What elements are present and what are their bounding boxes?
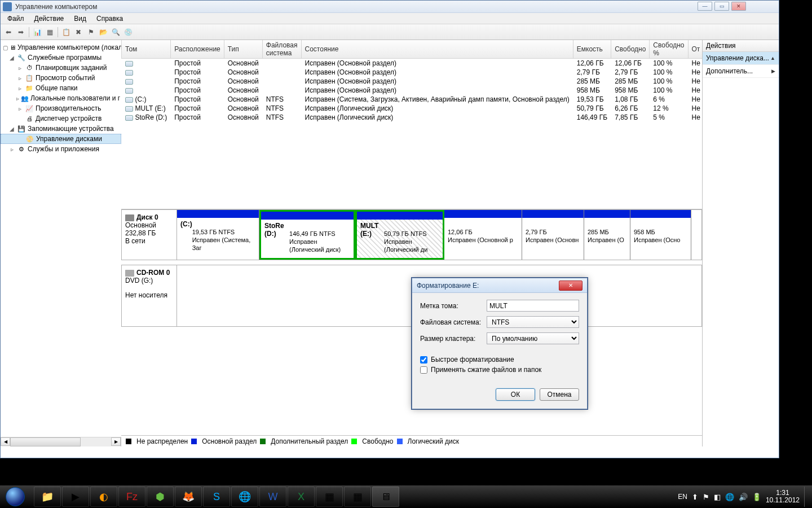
partition[interactable]: 2,79 ГБИсправен (Основн [522, 210, 584, 260]
col-pct[interactable]: Свободно % [650, 40, 688, 59]
partition[interactable]: 958 МБИсправен (Осно [630, 210, 691, 260]
ok-button[interactable]: ОК [496, 388, 535, 401]
toolbar-sep [29, 27, 29, 37]
toolbar-btn-6[interactable]: ⚑ [85, 27, 96, 38]
input-volume-label[interactable] [487, 300, 579, 312]
row-quick-format: Быстрое форматирование [420, 356, 579, 364]
content-body: ▢🖥Управление компьютером (локальн ◢🔧Служ… [1, 40, 779, 446]
tree-shared[interactable]: ▹📁Общие папки [1, 83, 121, 93]
taskbar[interactable]: 📁 ▶ ◐ Fz ⬢ 🦊 S 🌐 W X ▦ ▦ 🖥 EN ⬆ ⚑ ◧ 🌐 🔊 … [0, 485, 812, 508]
col-type[interactable]: Тип [224, 40, 262, 59]
toolbar-btn-3[interactable]: ▦ [44, 27, 55, 38]
tree-scheduler[interactable]: ▹⏱Планировщик заданий [1, 63, 121, 73]
tree-users[interactable]: ▹👥Локальные пользователи и г [1, 93, 121, 103]
col-state[interactable]: Состояние [301, 40, 573, 59]
checkbox-quick-format[interactable] [420, 356, 427, 364]
select-filesystem[interactable]: NTFS [487, 316, 579, 328]
menu-file[interactable]: Файл [3, 14, 29, 24]
menu-action[interactable]: Действие [30, 14, 69, 24]
tb-excel[interactable]: X [288, 487, 315, 507]
tree-hscroll[interactable]: ◀ ▶ [1, 437, 121, 446]
partition[interactable]: StoRe (D:)146,49 ГБ NTFSИсправен (Логиче… [259, 210, 355, 260]
cancel-button[interactable]: Отмена [540, 388, 579, 401]
maximize-icon[interactable]: ▭ [714, 2, 729, 11]
tray-network-icon[interactable]: 🌐 [725, 493, 734, 501]
format-dialog: Форматирование E: ✕ Метка тома: Файловая… [412, 278, 588, 409]
table-row[interactable]: MULT (E:)ПростойОсновнойNTFSИсправен (Ло… [122, 104, 703, 113]
toolbar-btn-9[interactable]: 💿 [122, 27, 134, 38]
minimize-icon[interactable]: — [698, 2, 712, 11]
partition[interactable]: (C:)19,53 ГБ NTFSИсправен (Система, Заг [177, 210, 259, 260]
toolbar-btn-8[interactable]: 🔍 [110, 27, 121, 38]
tree-devmgr[interactable]: 🖨Диспетчер устройств [1, 113, 121, 124]
col-fs[interactable]: Файловая система [262, 40, 301, 59]
nav-tree[interactable]: ▢🖥Управление компьютером (локальн ◢🔧Служ… [1, 40, 121, 437]
tree-label: Просмотр событий [36, 74, 95, 82]
dialog-close-icon[interactable]: ✕ [559, 281, 582, 291]
toolbar-btn-2[interactable]: 📊 [32, 27, 43, 38]
dialog-titlebar[interactable]: Форматирование E: ✕ [412, 278, 587, 293]
tb-app1[interactable]: ⬢ [147, 487, 174, 507]
back-icon[interactable]: ⬅ [3, 27, 14, 38]
tree-g1[interactable]: ◢🔧Служебные программы [1, 52, 121, 63]
show-desktop-button[interactable] [804, 487, 809, 507]
tb-filezilla[interactable]: Fz [118, 487, 145, 507]
col-ot[interactable]: От [688, 40, 702, 59]
tray-clock[interactable]: 1:31 10.11.2012 [766, 489, 800, 504]
tb-skype[interactable]: S [203, 487, 230, 507]
tree-g2[interactable]: ◢💾Запоминающие устройства [1, 124, 121, 134]
tree-perf[interactable]: ▹📈Производительность [1, 103, 121, 113]
col-cap[interactable]: Емкость [573, 40, 611, 59]
tb-app3[interactable]: ▦ [344, 487, 371, 507]
forward-icon[interactable]: ➡ [15, 27, 27, 38]
tb-aimp[interactable]: ◐ [90, 487, 117, 507]
col-free[interactable]: Свободно [611, 40, 650, 59]
col-loc[interactable]: Расположение [171, 40, 224, 59]
tree-diskmgmt[interactable]: 📀Управление дисками [1, 134, 121, 144]
menu-view[interactable]: Вид [69, 14, 91, 24]
tb-compmgmt[interactable]: 🖥 [372, 487, 399, 507]
tb-word[interactable]: W [259, 487, 286, 507]
close-icon[interactable]: ✕ [731, 2, 746, 11]
table-row[interactable]: ПростойОсновнойИсправен (Основной раздел… [122, 68, 703, 77]
disk0-row[interactable]: Диск 0 Основной 232,88 ГБ В сети (C:)19,… [121, 209, 702, 260]
window-title: Управление компьютером [15, 3, 776, 11]
table-row[interactable]: ПростойОсновнойИсправен (Основной раздел… [122, 77, 703, 86]
start-button[interactable] [0, 485, 30, 508]
tray-volume-icon[interactable]: 🔊 [739, 493, 748, 501]
tb-app2[interactable]: ▦ [316, 487, 343, 507]
tray-icon-2[interactable]: ◧ [714, 493, 721, 501]
partition[interactable]: 12,06 ГБИсправен (Основной р [444, 210, 522, 260]
tray-icon-1[interactable]: ⬆ [692, 493, 698, 501]
menu-help[interactable]: Справка [92, 14, 127, 24]
table-row[interactable]: ПростойОсновнойИсправен (Основной раздел… [122, 59, 703, 68]
tray-flag-icon[interactable]: ⚑ [703, 493, 709, 501]
toolbar-btn-7[interactable]: 📂 [98, 27, 109, 38]
partition[interactable]: 285 МБИсправен (О [584, 210, 630, 260]
tb-chrome[interactable]: 🌐 [231, 487, 258, 507]
select-cluster[interactable]: По умолчанию [487, 332, 579, 344]
tray-icon-3[interactable]: 🔋 [752, 493, 761, 501]
action-diskman[interactable]: Управление диска...▲ [703, 52, 779, 65]
tb-wmp[interactable]: ▶ [62, 487, 89, 507]
toolbar-btn-5[interactable]: ✖ [73, 27, 84, 38]
action-more[interactable]: Дополнитель...▶ [703, 65, 779, 78]
table-row[interactable]: ПростойОсновнойИсправен (Основной раздел… [122, 86, 703, 95]
table-row[interactable]: StoRe (D:)ПростойОсновнойNTFSИсправен (Л… [122, 113, 703, 122]
tree-label: Запоминающие устройства [28, 125, 114, 133]
tree-g3[interactable]: ▹⚙Службы и приложения [1, 144, 121, 154]
partition[interactable]: MULT (E:)50,79 ГБ NTFSИсправен (Логическ… [355, 210, 444, 260]
tree-events[interactable]: ▹📋Просмотр событий [1, 73, 121, 83]
volume-grid[interactable]: Том Расположение Тип Файловая система Со… [121, 40, 702, 122]
checkbox-compression[interactable] [420, 366, 427, 374]
titlebar[interactable]: Управление компьютером [1, 1, 779, 13]
tb-firefox[interactable]: 🦊 [175, 487, 202, 507]
toolbar-btn-4[interactable]: 📋 [60, 27, 72, 38]
tb-explorer[interactable]: 📁 [34, 487, 61, 507]
legend-free: Свободно [362, 437, 393, 445]
col-tom[interactable]: Том [122, 40, 171, 59]
tree-root[interactable]: ▢🖥Управление компьютером (локальн [1, 42, 121, 52]
tray-lang[interactable]: EN [678, 493, 687, 501]
table-row[interactable]: (C:)ПростойОсновнойNTFSИсправен (Система… [122, 95, 703, 104]
cdrom-l3: Нет носителя [125, 291, 167, 299]
